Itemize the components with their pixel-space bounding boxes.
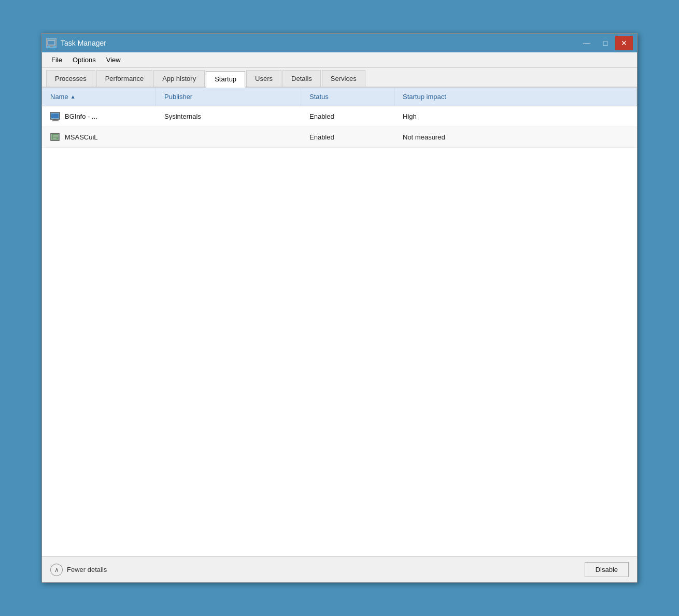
tab-bar: Processes Performance App history Startu… [42,68,637,88]
cell-startup-impact-2: Not measured [394,127,637,147]
disable-button[interactable]: Disable [585,562,629,577]
fewer-details-label: Fewer details [67,566,107,573]
app-icon-bginfo [50,111,61,122]
cell-name-2: MSASCuiL [42,127,156,147]
menu-options[interactable]: Options [67,54,101,66]
footer: ∧ Fewer details Disable [42,556,637,582]
svg-rect-5 [53,119,58,120]
close-button[interactable]: ✕ [615,36,633,50]
fewer-details-button[interactable]: ∧ Fewer details [50,564,107,576]
cell-name-1: BGInfo - ... [42,106,156,127]
svg-rect-1 [48,41,54,45]
app-icon-msas [50,132,61,143]
menu-bar: File Options View [42,52,637,68]
menu-file[interactable]: File [46,54,67,66]
app-icon [46,38,56,48]
col-startup-impact-label: Startup impact [403,93,446,101]
tab-processes[interactable]: Processes [46,70,95,87]
minimize-button[interactable]: — [578,36,596,50]
col-header-startup-impact[interactable]: Startup impact [394,88,637,106]
cell-status-2: Enabled [301,127,394,147]
cell-startup-impact-1: High [394,106,637,127]
chevron-up-icon: ∧ [50,564,63,576]
task-manager-window: Task Manager — □ ✕ File Options View Pro… [41,33,638,583]
col-name-label: Name [50,93,68,101]
tab-services[interactable]: Services [322,70,365,87]
cell-publisher-2 [156,127,301,147]
content-area: Name ▲ Publisher Status Startup impact [42,88,637,556]
sort-arrow-name: ▲ [70,94,76,100]
title-bar-left: Task Manager [46,38,106,48]
svg-rect-2 [50,46,53,47]
col-status-label: Status [309,93,329,101]
col-header-name[interactable]: Name ▲ [42,88,156,106]
title-bar: Task Manager — □ ✕ [42,34,637,52]
tab-app-history[interactable]: App history [153,70,205,87]
cell-publisher-1: Sysinternals [156,106,301,127]
col-header-status[interactable]: Status [301,88,394,106]
menu-view[interactable]: View [101,54,126,66]
cell-status-1: Enabled [301,106,394,127]
table-header: Name ▲ Publisher Status Startup impact [42,88,637,106]
col-publisher-label: Publisher [164,93,192,101]
maximize-button[interactable]: □ [597,36,614,50]
table-row[interactable]: MSASCuiL Enabled Not measured [42,127,637,148]
table-row[interactable]: BGInfo - ... Sysinternals Enabled High [42,106,637,127]
window-title: Task Manager [61,39,106,47]
tab-users[interactable]: Users [246,70,281,87]
tab-startup[interactable]: Startup [206,71,245,88]
svg-rect-6 [52,120,59,121]
tab-performance[interactable]: Performance [96,70,152,87]
svg-rect-4 [51,114,59,118]
tab-details[interactable]: Details [282,70,321,87]
window-controls: — □ ✕ [578,36,633,50]
table-body: BGInfo - ... Sysinternals Enabled High [42,106,637,556]
col-header-publisher[interactable]: Publisher [156,88,301,106]
